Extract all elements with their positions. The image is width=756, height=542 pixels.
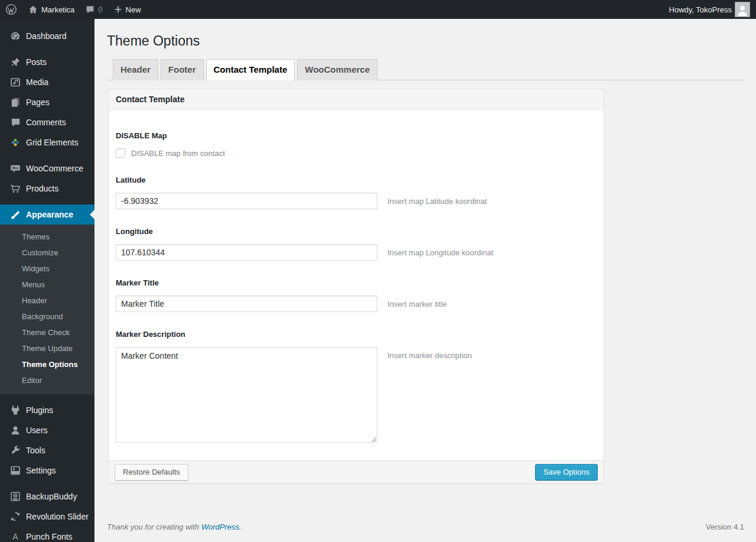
tab-footer[interactable]: Footer [161, 59, 204, 80]
wordpress-logo-menu[interactable] [0, 0, 22, 19]
footer-thanks: Thank you for creating with WordPress. [107, 522, 242, 531]
admin-bar-right: Howdy, TokoPress [663, 0, 756, 19]
submenu-item-header[interactable]: Header [0, 293, 94, 309]
latitude-label: Latitude [116, 176, 597, 184]
page-title: Theme Options [107, 33, 744, 50]
account-menu[interactable]: Howdy, TokoPress [663, 0, 756, 19]
sidebar-item-label: Revolution Slider [26, 512, 89, 521]
sidebar-item-label: Media [26, 77, 48, 87]
longitude-section: Longitude Insert map Longitude koordinat [116, 227, 597, 261]
media-icon [5, 76, 26, 88]
sidebar-item-label: Products [26, 184, 58, 193]
contact-template-panel: Contact Template DISABLE Map DISABLE map… [108, 89, 604, 483]
sidebar-item-posts[interactable]: Posts [0, 52, 94, 72]
menu-separator [0, 46, 94, 52]
disable-map-checkbox-label[interactable]: DISABLE map from contact [131, 149, 225, 158]
tab-bar: Header Footer Contact Template WooCommer… [107, 59, 744, 80]
sidebar-item-label: Punch Fonts [26, 532, 73, 541]
submenu-item-background[interactable]: Background [0, 309, 94, 324]
sidebar-item-products[interactable]: Products [0, 178, 94, 199]
latitude-section: Latitude Insert map Latitude koordinat [116, 176, 597, 209]
sidebar-item-label: Plugins [26, 405, 53, 415]
submenu-item-customize[interactable]: Customize [0, 245, 94, 261]
comment-count: 0 [98, 5, 102, 14]
admin-sidebar: Dashboard Posts Media Pages Comment [0, 19, 94, 542]
avatar [735, 2, 750, 17]
sidebar-item-revolution-slider[interactable]: Revolution Slider [0, 507, 94, 527]
user-icon [5, 424, 26, 436]
sidebar-item-settings[interactable]: Settings [0, 460, 94, 481]
submenu-item-widgets[interactable]: Widgets [0, 261, 94, 277]
settings-icon [5, 465, 26, 476]
sidebar-item-media[interactable]: Media [0, 72, 94, 92]
sidebar-item-plugins[interactable]: Plugins [0, 400, 94, 420]
woocommerce-icon: Woo [5, 163, 26, 174]
sidebar-item-label: Appearance [26, 210, 73, 219]
sidebar-item-punch-fonts[interactable]: A Punch Fonts [0, 527, 94, 542]
grid-elements-icon [5, 137, 26, 148]
menu-separator [0, 481, 94, 486]
sidebar-item-users[interactable]: Users [0, 420, 94, 440]
marker-title-section: Marker Title Insert marker title [116, 278, 597, 312]
sidebar-item-woocommerce[interactable]: Woo WooCommerce [0, 158, 94, 178]
sidebar-item-label: Users [26, 426, 48, 435]
marker-title-label: Marker Title [116, 278, 597, 287]
sidebar-item-label: Pages [26, 98, 50, 107]
panel-footer: Restore Defaults Save Options [109, 460, 604, 483]
restore-defaults-button[interactable]: Restore Defaults [115, 464, 188, 481]
tab-header[interactable]: Header [113, 59, 158, 80]
disable-map-label: DISABLE Map [116, 131, 597, 140]
sidebar-item-label: Grid Elements [26, 138, 79, 147]
submenu-item-theme-update[interactable]: Theme Update [0, 340, 94, 356]
sidebar-item-grid-elements[interactable]: Grid Elements [0, 132, 94, 152]
appearance-submenu: Themes Customize Widgets Menus Header Ba… [0, 225, 94, 394]
disable-map-checkbox[interactable] [116, 148, 125, 158]
refresh-icon [5, 511, 26, 522]
sidebar-item-pages[interactable]: Pages [0, 92, 94, 112]
sidebar-item-tools[interactable]: Tools [0, 440, 94, 460]
site-name-menu[interactable]: Marketica [22, 0, 80, 19]
wordpress-logo-icon [5, 4, 17, 15]
sidebar-item-backupbuddy[interactable]: BackupBuddy [0, 486, 94, 507]
svg-text:A: A [12, 532, 18, 541]
sidebar-item-comments[interactable]: Comments [0, 112, 94, 132]
save-options-button[interactable]: Save Options [535, 464, 598, 481]
latitude-input[interactable] [116, 193, 377, 209]
admin-bar: Marketica 0 New Howdy, TokoPress [0, 0, 756, 19]
marker-title-helper: Insert marker title [387, 296, 447, 309]
menu-separator [0, 152, 94, 158]
marker-description-textarea[interactable]: Marker Content [116, 347, 377, 443]
new-content-menu[interactable]: New [108, 0, 146, 19]
new-label: New [126, 5, 141, 14]
comments-menu[interactable]: 0 [80, 0, 107, 19]
submenu-item-theme-check[interactable]: Theme Check [0, 324, 94, 340]
submenu-item-theme-options[interactable]: Theme Options [0, 356, 94, 372]
dashboard-icon [5, 30, 26, 42]
submenu-item-editor[interactable]: Editor [0, 372, 94, 388]
admin-bar-left: Marketica 0 New [0, 0, 146, 19]
page-footer: Thank you for creating with WordPress. V… [107, 511, 744, 542]
marker-description-helper: Insert marker description [387, 347, 472, 360]
longitude-label: Longitude [116, 227, 597, 236]
main-content: Theme Options Header Footer Contact Temp… [94, 19, 756, 542]
menu-separator [0, 199, 94, 205]
wordpress-link[interactable]: WordPress [201, 522, 239, 531]
marker-description-row: Marker Content Insert marker description [116, 347, 597, 443]
tab-contact-template[interactable]: Contact Template [206, 59, 295, 80]
submenu-item-menus[interactable]: Menus [0, 277, 94, 293]
sidebar-item-label: Tools [26, 446, 45, 455]
marker-description-section: Marker Description Marker Content Insert… [116, 330, 597, 443]
plugin-icon [5, 404, 26, 416]
pushpin-icon [5, 56, 26, 68]
submenu-item-themes[interactable]: Themes [0, 229, 94, 245]
sidebar-item-dashboard[interactable]: Dashboard [0, 26, 94, 46]
longitude-input[interactable] [116, 244, 377, 261]
tab-woocommerce[interactable]: WooCommerce [297, 59, 377, 80]
disable-map-section: DISABLE Map DISABLE map from contact [116, 131, 597, 158]
marker-title-input[interactable] [116, 296, 377, 312]
sidebar-item-appearance[interactable]: Appearance [0, 205, 94, 225]
home-icon [28, 4, 38, 15]
version-label: Version 4.1 [706, 522, 744, 531]
sidebar-item-label: Settings [26, 466, 56, 475]
brush-icon [5, 209, 26, 220]
